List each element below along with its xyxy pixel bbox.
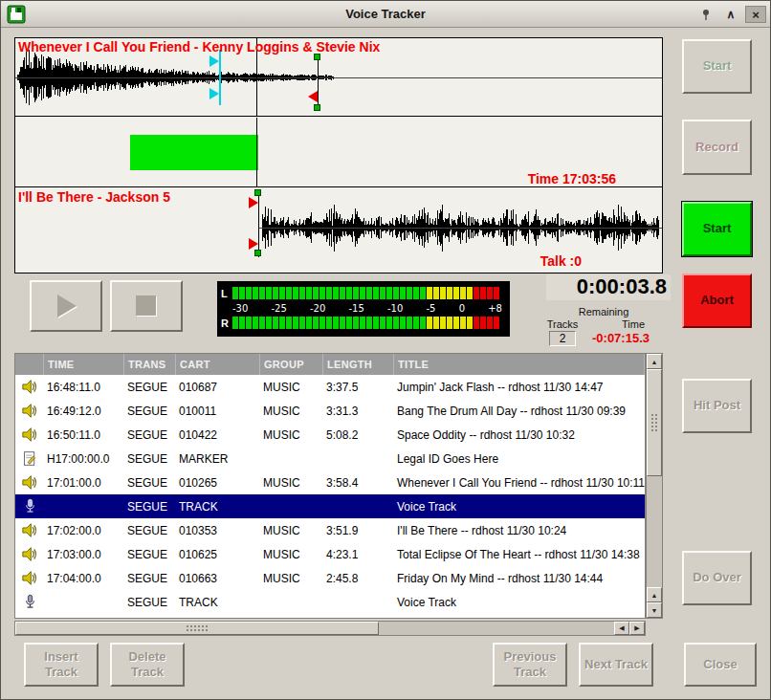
fadeup-marker-arrow-top[interactable] <box>249 197 258 208</box>
meter-segment <box>460 287 466 299</box>
log-header-trans[interactable]: TRANS <box>124 354 176 375</box>
cell-cart: TRACK <box>176 494 260 518</box>
log-header-title[interactable]: TITLE <box>394 354 645 375</box>
scroll-down-icon[interactable]: ▼ <box>647 602 662 618</box>
log-row[interactable]: 17:01:00.0SEGUE010265MUSIC3:58.4Whenever… <box>15 470 645 494</box>
horizontal-scrollbar[interactable]: ◀ ▶ <box>14 621 646 636</box>
meter-segment <box>427 287 432 299</box>
log-row[interactable]: H17:00:00.0SEGUEMARKERLegal ID Goes Here <box>15 447 645 470</box>
speaker-icon <box>15 566 44 590</box>
meter-segment <box>266 287 272 299</box>
meter-right-segments <box>232 317 499 329</box>
cell-cart: TRACK <box>176 590 260 614</box>
fadeup-marker-arrow-bottom[interactable] <box>249 238 258 250</box>
cell-title: Bang The Drum All Day -- rdhost 11/30 09… <box>394 399 645 423</box>
meter-segment <box>326 287 332 299</box>
log-header-length[interactable]: LENGTH <box>323 354 394 375</box>
meter-segment <box>433 287 439 299</box>
meter-segment <box>246 287 252 299</box>
end-marker-handle-top[interactable] <box>314 54 320 60</box>
log-row[interactable]: 17:02:00.0SEGUE010353MUSIC3:51.9I'll Be … <box>15 518 645 542</box>
end-marker-line[interactable] <box>318 54 319 111</box>
cell-trans: SEGUE <box>124 399 176 423</box>
track1-title: Whenever I Call You Friend - Kenny Loggi… <box>18 39 380 55</box>
stop-button[interactable] <box>110 280 183 332</box>
meter-segment <box>373 287 379 299</box>
vertical-scrollbar[interactable]: ▲ ▲ ▼ <box>646 353 663 619</box>
cell-length: 2:45.8 <box>323 566 394 590</box>
vertical-scroll-thumb[interactable] <box>647 369 662 476</box>
hit-post-button[interactable]: Hit Post <box>682 379 752 433</box>
scroll-right-icon[interactable]: ▶ <box>629 622 645 635</box>
log-row[interactable]: SEGUETRACKVoice Track <box>15 494 645 518</box>
log-header-group[interactable]: GROUP <box>260 354 323 375</box>
cell-time: 17:04:00.0 <box>44 566 124 590</box>
log-row[interactable]: 16:48:11.0SEGUE010687MUSIC3:37.5Jumpin' … <box>15 375 645 399</box>
close-icon[interactable]: × <box>745 6 766 23</box>
cell-title: Whenever I Call You Friend -- rdhost 11/… <box>394 470 645 494</box>
log-header-icon[interactable] <box>15 354 44 375</box>
cell-trans: SEGUE <box>124 375 176 399</box>
start-track1-button[interactable]: Start <box>682 39 752 94</box>
close-button[interactable]: Close <box>684 643 757 687</box>
meter-segment <box>420 317 426 329</box>
meter-segment <box>306 287 312 299</box>
play-button[interactable] <box>30 280 102 332</box>
segue-marker-arrow-top[interactable] <box>209 55 219 67</box>
cell-group: MUSIC <box>260 399 323 423</box>
scroll-left-icon[interactable]: ◀ <box>614 622 629 635</box>
scrollbar-corner <box>646 621 663 636</box>
play-icon <box>51 291 81 321</box>
meter-segment <box>427 317 432 329</box>
segue-marker-line[interactable] <box>219 50 221 105</box>
abort-button[interactable]: Abort <box>682 273 752 328</box>
voice-track-region[interactable] <box>130 135 258 170</box>
previous-track-button[interactable]: Previous Track <box>493 643 567 687</box>
shade-icon[interactable]: ∧ <box>720 6 741 23</box>
cell-length <box>323 447 394 470</box>
start-track3-button[interactable]: Start <box>682 202 752 256</box>
meter-segment <box>253 287 258 299</box>
next-track-button[interactable]: Next Track <box>579 643 653 687</box>
track1-zero-line <box>15 77 662 78</box>
meter-right-label: R <box>221 317 232 329</box>
speaker-icon <box>15 399 44 423</box>
meter-segment <box>313 317 319 329</box>
stop-icon <box>132 292 161 320</box>
log-header-cart[interactable]: CART <box>176 354 260 375</box>
scroll-up2-icon[interactable]: ▲ <box>647 587 662 602</box>
log-row[interactable]: 17:04:00.0SEGUE010663MUSIC2:45.8Friday O… <box>15 566 645 590</box>
meter-segment <box>259 287 265 299</box>
insert-track-button[interactable]: Insert Track <box>24 643 99 687</box>
start-marker-handle-top[interactable] <box>254 189 261 196</box>
record-button[interactable]: Record <box>682 120 752 175</box>
segue-marker-arrow-bottom[interactable] <box>209 88 219 99</box>
start-marker-line[interactable] <box>258 189 259 257</box>
log-row[interactable]: SEGUETRACKVoice Track <box>15 590 645 614</box>
log-row[interactable]: 16:50:11.0SEGUE010422MUSIC5:08.2Space Od… <box>15 423 645 447</box>
start-marker-handle-bottom[interactable] <box>254 250 261 256</box>
meter-segment <box>380 287 386 299</box>
log-list[interactable]: TIMETRANSCARTGROUPLENGTHTITLE 16:48:11.0… <box>14 353 646 619</box>
speaker-icon <box>15 470 44 494</box>
scroll-up-icon[interactable]: ▲ <box>647 354 662 369</box>
do-over-button[interactable]: Do Over <box>682 551 752 605</box>
cell-trans: SEGUE <box>124 470 176 494</box>
horizontal-scroll-thumb[interactable] <box>15 622 379 635</box>
meter-segment <box>319 317 325 329</box>
cell-length: 4:23.1 <box>323 542 394 566</box>
log-table: TIMETRANSCARTGROUPLENGTHTITLE 16:48:11.0… <box>14 353 663 636</box>
voice-track-lane[interactable]: Time 17:03:56 <box>15 118 662 187</box>
log-header-time[interactable]: TIME <box>44 354 124 375</box>
log-row[interactable]: 17:03:00.0SEGUE010625MUSIC4:23.1Total Ec… <box>15 542 645 566</box>
fade-marker-arrow[interactable] <box>308 91 318 102</box>
delete-track-button[interactable]: Delete Track <box>110 643 185 687</box>
previous-song-track[interactable]: Whenever I Call You Friend - Kenny Loggi… <box>15 38 662 117</box>
end-marker-handle-bottom[interactable] <box>314 104 320 111</box>
meter-segment <box>232 317 238 329</box>
log-row[interactable]: 16:49:12.0SEGUE010011MUSIC3:31.3Bang The… <box>15 399 645 423</box>
next-song-track[interactable]: I'll Be There - Jackson 5 Talk :0 <box>15 188 662 273</box>
pin-icon[interactable] <box>695 6 716 23</box>
cell-cart: 010353 <box>176 518 260 542</box>
titlebar[interactable]: Voice Tracker ∧ × <box>1 1 770 28</box>
